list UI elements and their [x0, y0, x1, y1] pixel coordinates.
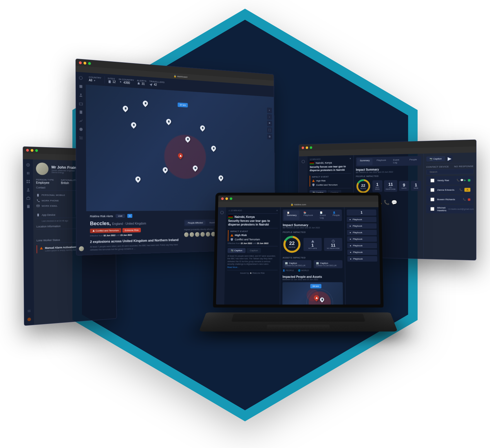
map-pin[interactable] — [122, 105, 129, 112]
svg-rect-6 — [27, 182, 28, 183]
live-toggle[interactable]: Live — [115, 214, 125, 218]
caption-button-2[interactable]: Caption — [247, 248, 261, 253]
fullscreen-button[interactable]: ⛶ — [267, 127, 272, 133]
svg-point-22 — [79, 128, 83, 131]
nav-icon[interactable] — [79, 136, 83, 140]
svg-rect-25 — [125, 108, 126, 110]
layers-button[interactable] — [267, 121, 272, 126]
avatar[interactable] — [79, 246, 84, 251]
checkbox[interactable] — [430, 188, 434, 192]
impact-map[interactable]: 84 km — [282, 282, 343, 305]
nav-icon[interactable] — [79, 93, 83, 97]
label: IMPACT EVENT — [230, 230, 278, 233]
label: Issued by: — [240, 272, 249, 274]
avatar[interactable] — [195, 232, 199, 237]
event-title: Security forces use tear gas to disperse… — [228, 219, 278, 226]
map-pin[interactable] — [217, 174, 224, 182]
nav-icon[interactable] — [79, 101, 83, 106]
tab[interactable]: Playbook — [374, 158, 389, 165]
svg-rect-30 — [202, 127, 203, 129]
settings-button[interactable]: ⚙ — [267, 134, 272, 140]
alerts-header: Riskline Risk Alerts — [90, 215, 113, 218]
playbook-row[interactable]: ▸Playbook — [347, 223, 377, 229]
avatar[interactable] — [189, 232, 194, 237]
search-input[interactable] — [426, 169, 473, 175]
location: Nairobi, Kenya — [235, 215, 255, 218]
play-icon[interactable]: ▶ — [446, 155, 452, 161]
breadcrumb: 12 MIN AGO — [310, 158, 320, 161]
close-icon[interactable]: ✕ — [276, 210, 278, 212]
metric-label: NOT SAFE — [308, 247, 317, 249]
settings-icon[interactable] — [27, 309, 31, 313]
caption-button[interactable]: 📷 Caption — [426, 156, 445, 161]
svg-point-24 — [120, 81, 121, 82]
playbook-row[interactable]: ▸Playbook — [347, 250, 377, 255]
pause-icon[interactable] — [26, 171, 30, 175]
map-pin[interactable] — [130, 121, 138, 129]
table-row[interactable]: Mitchell Hawkinsm.hawks.audi@gmail.com — [426, 205, 474, 213]
nav-icon[interactable] — [79, 127, 83, 132]
risk-category: Conflict and Terrorism — [316, 183, 338, 186]
label: IMPACT EVENT — [312, 175, 351, 178]
map-pin[interactable] — [192, 164, 199, 172]
caption-button[interactable]: 📷 Caption — [228, 248, 246, 253]
zoom-in-button[interactable]: + — [267, 108, 272, 113]
svg-rect-45 — [321, 298, 323, 301]
map-pin[interactable] — [162, 166, 169, 174]
map-pin-alert[interactable] — [177, 152, 184, 159]
nav-icon[interactable] — [79, 110, 83, 114]
table-row[interactable]: Bowen Richards📞 — [426, 195, 474, 204]
country-select[interactable]: All — [89, 79, 92, 82]
read-more-link[interactable]: Read More… — [227, 266, 278, 268]
building-icon[interactable] — [26, 204, 31, 208]
phone-icon — [36, 199, 40, 202]
nav-icon[interactable] — [79, 84, 83, 89]
avatar[interactable] — [184, 232, 188, 237]
playbook-row[interactable]: ▸Playbook — [347, 236, 377, 242]
kenya-flag-icon — [310, 161, 314, 165]
playbook-row[interactable]: ▸Playbook — [347, 243, 377, 248]
close-icon[interactable]: ✕ — [349, 158, 351, 160]
map-pin[interactable] — [165, 118, 172, 125]
people-tag: 👤 PEOPLE — [283, 269, 294, 272]
map-pin[interactable] — [134, 175, 141, 183]
map-pin[interactable] — [210, 145, 217, 152]
table-row[interactable]: Varely Rae📞 💬 ▶ — [426, 176, 473, 185]
tab[interactable]: Event Log — [390, 158, 405, 165]
checkbox[interactable] — [430, 207, 434, 211]
table-row[interactable]: Zanna Edwards📞⚠ — [426, 185, 473, 194]
checkbox[interactable] — [430, 179, 434, 182]
tab[interactable]: People — [407, 157, 420, 165]
chevron-down-icon[interactable]: ▾ — [94, 79, 95, 82]
svg-point-36 — [302, 160, 305, 163]
alert-icon[interactable] — [27, 317, 31, 322]
playbook-row[interactable]: ▸Playbook — [347, 256, 377, 262]
metric-value: 1 — [376, 182, 379, 187]
tab-summary[interactable]: Summary — [357, 158, 373, 165]
url-bar: 🔒 riskline.com — [218, 202, 379, 207]
zoom-out-button[interactable]: − — [267, 114, 272, 120]
svg-rect-10 — [27, 205, 30, 208]
tab-summary[interactable]: 📋 Summary — [284, 211, 299, 220]
map-pin[interactable] — [184, 136, 191, 143]
checkbox[interactable] — [430, 198, 434, 201]
nationality: British — [61, 181, 77, 185]
tab[interactable]: 👤 People — [330, 211, 343, 220]
playbook-row[interactable]: ▸Playbook — [347, 230, 377, 235]
map-pin[interactable] — [199, 124, 206, 132]
person-type: Employee — [36, 181, 54, 185]
playbook-row[interactable]: ▸Playbook — [347, 217, 376, 222]
asset-card[interactable]: 🏢CaptionLondon EC3A 5SG,UK — [283, 260, 312, 268]
effective-from: 02 Jun 2022 — [104, 234, 116, 237]
asset-card[interactable]: 🏢CaptionLondon EC3A 5SG,UK — [314, 260, 343, 268]
grid-icon[interactable] — [26, 179, 30, 184]
person-icon[interactable] — [26, 188, 30, 192]
location: Nairobi, Kenya — [316, 161, 332, 164]
tab[interactable]: 📑 Event Log — [317, 211, 328, 220]
briefcase-icon[interactable] — [26, 196, 30, 200]
map-pin[interactable] — [142, 100, 149, 107]
laptop-base — [199, 312, 398, 332]
effective-until: 23 Jun 2022 — [120, 234, 132, 236]
tab[interactable]: 📚 Playbook — [301, 211, 316, 220]
chart-icon[interactable] — [79, 119, 83, 123]
